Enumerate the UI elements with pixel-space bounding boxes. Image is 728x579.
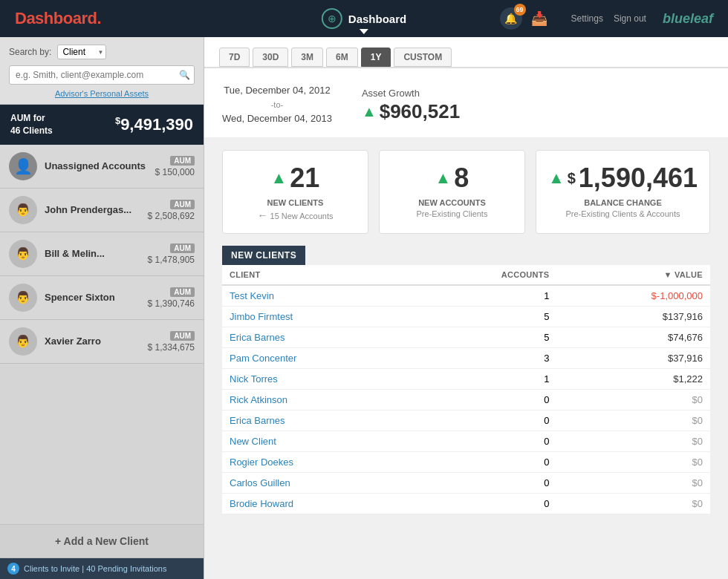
client-value-cell: $0 bbox=[556, 473, 710, 494]
table-row: Nick Torres1$1,222 bbox=[222, 369, 710, 390]
bill-aum-section: AUM $ 1,478,905 bbox=[148, 242, 195, 265]
main-layout: Search by: Client Account 🔍 Advisor's Pe… bbox=[0, 37, 728, 579]
table-row: Brodie Howard0$0 bbox=[222, 494, 710, 514]
client-row-link[interactable]: Rick Atkinson bbox=[230, 394, 287, 405]
stat-new-accounts-sublabel: Pre-Existing Clients bbox=[391, 209, 513, 218]
client-accounts-cell: 5 bbox=[412, 327, 557, 348]
add-new-client-button[interactable]: + Add a New Client bbox=[0, 525, 204, 558]
spencer-aum-section: AUM $ 1,390,746 bbox=[148, 286, 195, 309]
filter-3m[interactable]: 3M bbox=[291, 48, 323, 67]
client-row-link[interactable]: Nick Torres bbox=[230, 373, 278, 385]
stat-card-new-accounts: ▲ 8 NEW ACCOUNTS Pre-Existing Clients bbox=[379, 150, 525, 234]
search-icon[interactable]: 🔍 bbox=[179, 70, 190, 80]
filter-7d[interactable]: 7D bbox=[219, 48, 250, 67]
growth-label: Asset Growth bbox=[362, 88, 460, 99]
table-row: Test Kevin1$-1,000,000 bbox=[222, 285, 710, 307]
client-row-link[interactable]: Brodie Howard bbox=[230, 498, 293, 509]
filter-6m[interactable]: 6M bbox=[326, 48, 358, 67]
client-value-cell: $-1,000,000 bbox=[556, 285, 710, 307]
stat-balance-number: ▲ $ 1,590,461 bbox=[548, 163, 698, 194]
client-value-cell: $137,916 bbox=[556, 307, 710, 327]
search-by-select[interactable]: Client Account bbox=[57, 45, 106, 59]
unassigned-info: Unassigned Accounts bbox=[45, 160, 148, 171]
date-separator: -to- bbox=[222, 99, 332, 112]
unassigned-name: Unassigned Accounts bbox=[45, 160, 148, 171]
brand-logo: blueleaf bbox=[663, 11, 713, 27]
invite-count-badge: 4 bbox=[7, 563, 19, 575]
client-item-unassigned[interactable]: 👤 Unassigned Accounts AUM $ 150,000 bbox=[0, 145, 204, 189]
client-accounts-cell: 0 bbox=[412, 494, 557, 514]
client-accounts-cell: 0 bbox=[412, 390, 557, 410]
search-by-row: Search by: Client Account bbox=[9, 45, 195, 59]
search-by-select-wrap[interactable]: Client Account bbox=[57, 45, 106, 59]
search-input[interactable] bbox=[9, 65, 195, 85]
client-item-xavier[interactable]: 👨 Xavier Zarro AUM $ 1,334,675 bbox=[0, 320, 204, 364]
sidebar: Search by: Client Account 🔍 Advisor's Pe… bbox=[0, 37, 204, 579]
aum-tag: AUM bbox=[170, 200, 195, 209]
table-row: Rogier Doekes0$0 bbox=[222, 452, 710, 473]
settings-link[interactable]: Settings bbox=[571, 13, 603, 24]
sidebar-search-section: Search by: Client Account 🔍 Advisor's Pe… bbox=[0, 37, 204, 105]
col-client: CLIENT bbox=[222, 265, 412, 285]
xavier-avatar: 👨 bbox=[9, 327, 37, 356]
table-row: Jimbo Firmtest5$137,916 bbox=[222, 307, 710, 327]
top-navigation: Dashboard. ⊕ Dashboard 🔔 69 📥 Settings S… bbox=[0, 0, 728, 37]
search-by-label: Search by: bbox=[9, 47, 51, 57]
table-row: Rick Atkinson0$0 bbox=[222, 390, 710, 410]
xavier-info: Xavier Zarro bbox=[45, 336, 140, 347]
unassigned-aum-section: AUM $ 150,000 bbox=[155, 154, 195, 177]
spencer-name: Spencer Sixton bbox=[45, 292, 140, 303]
filter-30d[interactable]: 30D bbox=[253, 48, 288, 67]
sidebar-bottom: + Add a New Client 4 Clients to Invite |… bbox=[0, 524, 204, 579]
invite-label: Clients to Invite | 40 Pending Invitatio… bbox=[24, 564, 166, 573]
growth-value: ▲ $960,521 bbox=[362, 100, 460, 123]
stat-card-new-clients: ▲ 21 NEW CLIENTS ← 15 New Accounts bbox=[222, 150, 368, 234]
client-item-bill[interactable]: 👨 Bill & Melin... AUM $ 1,478,905 bbox=[0, 232, 204, 276]
nav-icons: 🔔 69 📥 Settings Sign out blueleaf bbox=[500, 7, 713, 30]
advisor-personal-assets-link[interactable]: Advisor's Personal Assets bbox=[9, 89, 195, 98]
client-item-john[interactable]: 👨 John Prendergas... AUM $ 2,508,692 bbox=[0, 189, 204, 232]
stat-new-clients-label: NEW CLIENTS bbox=[235, 198, 356, 207]
aum-tag: AUM bbox=[170, 156, 195, 166]
stat-up-arrow: ▲ bbox=[548, 169, 565, 188]
unassigned-aum-amount: $ 150,000 bbox=[155, 167, 195, 177]
notification-bell-wrap[interactable]: 🔔 69 bbox=[500, 7, 522, 30]
date-growth-section: Tue, December 04, 2012 -to- Wed, Decembe… bbox=[204, 68, 728, 138]
stat-up-arrow: ▲ bbox=[271, 169, 287, 188]
client-row-link[interactable]: Carlos Guillen bbox=[230, 477, 290, 488]
new-clients-section-header: NEW CLIENTS bbox=[222, 246, 305, 265]
filter-1y[interactable]: 1Y bbox=[361, 48, 391, 67]
client-row-link[interactable]: New Client bbox=[230, 436, 276, 447]
search-input-wrap[interactable]: 🔍 bbox=[9, 65, 195, 85]
client-row-link[interactable]: Pam Concenter bbox=[230, 353, 296, 364]
aum-tag: AUM bbox=[170, 287, 195, 297]
aum-total-value: $9,491,390 bbox=[115, 115, 193, 134]
client-accounts-cell: 0 bbox=[412, 410, 557, 431]
date-to: Wed, December 04, 2013 bbox=[222, 111, 332, 127]
client-row-link[interactable]: Test Kevin bbox=[230, 290, 274, 301]
invite-bar: 4 Clients to Invite | 40 Pending Invitat… bbox=[0, 558, 204, 579]
john-name: John Prendergas... bbox=[45, 204, 140, 215]
client-row-link[interactable]: Rogier Doekes bbox=[230, 457, 293, 468]
growth-up-arrow: ▲ bbox=[362, 103, 377, 120]
john-aum-section: AUM $ 2,508,692 bbox=[148, 198, 195, 221]
client-row-link[interactable]: Jimbo Firmtest bbox=[230, 311, 293, 322]
inbox-icon[interactable]: 📥 bbox=[531, 10, 547, 27]
signout-link[interactable]: Sign out bbox=[614, 13, 646, 24]
new-clients-table: CLIENT ACCOUNTS ▼ VALUE Test Kevin1$-1,0… bbox=[222, 265, 710, 514]
client-row-link[interactable]: Erica Barnes bbox=[230, 415, 285, 426]
stat-balance-label: BALANCE CHANGE bbox=[548, 198, 698, 207]
client-value-cell: $37,916 bbox=[556, 348, 710, 369]
filter-custom[interactable]: CUSTOM bbox=[394, 48, 452, 67]
stat-new-accounts-number: ▲ 8 bbox=[391, 163, 513, 194]
client-item-spencer[interactable]: 👨 Spencer Sixton AUM $ 1,390,746 bbox=[0, 276, 204, 320]
client-accounts-cell: 1 bbox=[412, 285, 557, 307]
table-header-row: CLIENT ACCOUNTS ▼ VALUE bbox=[222, 265, 710, 285]
date-range: Tue, December 04, 2012 -to- Wed, Decembe… bbox=[222, 83, 332, 127]
bill-avatar: 👨 bbox=[9, 240, 37, 268]
spencer-avatar: 👨 bbox=[9, 284, 37, 312]
new-clients-section: NEW CLIENTS CLIENT ACCOUNTS ▼ VALUE Test… bbox=[204, 246, 728, 529]
client-value-cell: $0 bbox=[556, 452, 710, 473]
client-row-link[interactable]: Erica Barnes bbox=[230, 332, 285, 343]
date-from: Tue, December 04, 2012 bbox=[222, 83, 332, 99]
